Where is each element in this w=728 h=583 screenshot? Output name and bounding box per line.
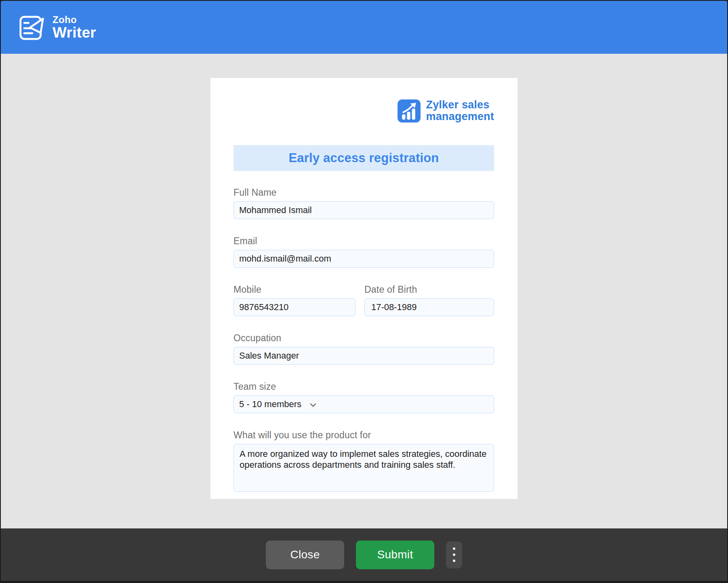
bar-chart-growth-icon xyxy=(398,99,421,123)
document-preview-area: Zylker sales management Early access reg… xyxy=(1,54,727,528)
field-dob: Date of Birth xyxy=(364,284,494,316)
chevron-down-icon xyxy=(309,401,317,409)
team-size-selected-value: 5 - 10 members xyxy=(239,399,301,410)
submit-button[interactable]: Submit xyxy=(356,541,434,569)
occupation-label: Occupation xyxy=(234,333,494,344)
app-title: Zoho Writer xyxy=(53,15,96,40)
dob-label: Date of Birth xyxy=(364,284,494,295)
close-button[interactable]: Close xyxy=(266,541,344,569)
writer-document-icon xyxy=(19,14,45,41)
mobile-input[interactable] xyxy=(234,298,356,316)
full-name-input[interactable] xyxy=(234,201,494,219)
app-window: Zoho Writer Zylker sales management xyxy=(1,1,727,581)
email-label: Email xyxy=(234,236,494,247)
field-usage: What will you use the product for A more… xyxy=(234,430,494,493)
usage-label: What will you use the product for xyxy=(234,430,494,441)
dob-input[interactable] xyxy=(364,298,494,316)
zylker-line2: management xyxy=(426,111,494,123)
field-full-name: Full Name xyxy=(234,187,494,219)
field-email: Email xyxy=(234,236,494,268)
kebab-menu-icon xyxy=(453,547,455,550)
team-size-dropdown[interactable]: 5 - 10 members xyxy=(234,395,494,413)
action-bar: Close Submit xyxy=(1,528,727,581)
email-input[interactable] xyxy=(234,250,494,268)
brand-zoho: Zoho xyxy=(53,15,96,25)
brand-writer: Writer xyxy=(53,25,96,40)
zylker-logo-text: Zylker sales management xyxy=(426,99,494,123)
zoho-writer-logo: Zoho Writer xyxy=(19,14,96,41)
zylker-logo: Zylker sales management xyxy=(234,99,494,123)
field-row-mobile-dob: Mobile Date of Birth xyxy=(234,284,494,316)
zylker-line1: Zylker sales xyxy=(426,99,494,111)
app-header: Zoho Writer xyxy=(1,1,727,54)
form-card: Zylker sales management Early access reg… xyxy=(210,78,518,499)
occupation-input[interactable] xyxy=(234,347,494,365)
field-team-size: Team size 5 - 10 members xyxy=(234,381,494,413)
full-name-label: Full Name xyxy=(234,187,494,198)
field-occupation: Occupation xyxy=(234,333,494,365)
mobile-label: Mobile xyxy=(234,284,356,295)
more-options-button[interactable] xyxy=(446,541,462,568)
form-title-banner: Early access registration xyxy=(234,145,494,171)
usage-textarea[interactable]: A more organized way to implemet sales s… xyxy=(234,444,494,492)
team-size-label: Team size xyxy=(234,381,494,392)
field-mobile: Mobile xyxy=(234,284,356,316)
form-title: Early access registration xyxy=(288,151,439,165)
